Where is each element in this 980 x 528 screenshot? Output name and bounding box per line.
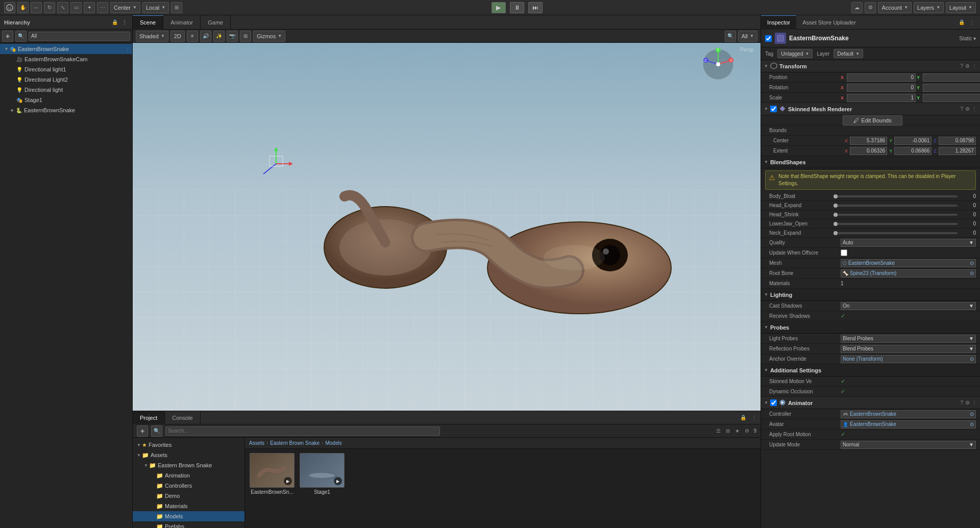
blend-body-bloat-slider[interactable] <box>834 195 958 197</box>
hierarchy-item-3[interactable]: 💡Directional light1 <box>0 64 132 74</box>
blendshapes-header[interactable]: ▼ BlendShapes <box>761 156 980 168</box>
add-asset-btn[interactable]: + <box>137 425 148 437</box>
mesh-select-icon[interactable]: ⊙ <box>970 260 974 266</box>
asset-list-view-icon[interactable]: ☰ <box>715 428 722 434</box>
grid-btn[interactable]: ⊞ <box>240 31 251 42</box>
object-static-label[interactable]: Static ▾ <box>959 36 976 41</box>
controller-select-icon[interactable]: ⊙ <box>970 411 974 417</box>
cast-shadows-dropdown[interactable]: On ▼ <box>841 302 976 310</box>
center-y-input[interactable] <box>894 137 932 145</box>
scale-x-input[interactable] <box>847 94 916 102</box>
center-z-input[interactable] <box>939 137 976 145</box>
anchor-override-select-icon[interactable]: ⊙ <box>970 356 974 362</box>
position-y-input[interactable] <box>923 73 980 82</box>
search-asset-btn[interactable]: 🔍 <box>151 425 162 437</box>
breadcrumb-assets[interactable]: Assets <box>249 440 264 446</box>
skinned-mesh-help-icon[interactable]: ? <box>960 106 963 112</box>
scene-camera-btn[interactable]: 📷 <box>227 31 238 42</box>
blend-head-expand-slider[interactable] <box>834 205 958 207</box>
step-button[interactable]: ⏭ <box>528 2 543 13</box>
skinned-mesh-header[interactable]: ▼ Skinned Mesh Renderer ? ⚙ ⋮ <box>761 103 980 115</box>
shading-dropdown[interactable]: Shaded ▼ <box>136 31 168 42</box>
asset-tree-item-controllers[interactable]: 📁Controllers <box>133 481 244 491</box>
animator-help-icon[interactable]: ? <box>960 400 963 406</box>
asset-tree-item-materials[interactable]: 📁Materials <box>133 501 244 511</box>
avatar-select-icon[interactable]: ⊙ <box>970 421 974 427</box>
transform-help-icon[interactable]: ? <box>960 63 963 69</box>
space-dropdown[interactable]: Local ▼ <box>142 2 169 13</box>
animator-active-checkbox[interactable] <box>770 399 777 406</box>
hierarchy-item-2[interactable]: 🎥EasternBrownSnakeCam <box>0 54 132 64</box>
dim-dropdown[interactable]: 2D <box>170 31 185 42</box>
asset-grid-view-icon[interactable]: ⊞ <box>725 428 731 434</box>
blend-head-shrink-slider[interactable] <box>834 214 958 216</box>
asset-fav-icon[interactable]: ★ <box>734 428 741 434</box>
transform-tool[interactable]: ✦ <box>84 2 95 13</box>
tab-project[interactable]: Project <box>133 411 165 424</box>
mesh-ref[interactable]: ⬡ EasternBrownSnake ⊙ <box>841 259 976 267</box>
layout-dropdown[interactable]: Layout ▼ <box>946 2 976 13</box>
hierarchy-item-5[interactable]: 💡Directional light <box>0 85 132 95</box>
audio-btn[interactable]: 🔊 <box>200 31 211 42</box>
tab-inspector[interactable]: Inspector <box>761 15 796 30</box>
reflection-probes-dropdown[interactable]: Blend Probes ▼ <box>841 345 976 353</box>
object-active-checkbox[interactable] <box>765 35 772 42</box>
layer-dropdown[interactable]: Default ▼ <box>834 49 863 58</box>
update-offscreen-checkbox[interactable] <box>841 249 847 256</box>
blend-neck-expand-slider[interactable] <box>834 232 958 234</box>
asset-tree-item-prefabs[interactable]: 📁Prefabs <box>133 521 244 528</box>
breadcrumb-models[interactable]: Models <box>325 440 341 446</box>
position-x-input[interactable] <box>847 73 916 82</box>
hierarchy-lock-icon[interactable]: 🔒 <box>111 19 119 25</box>
hierarchy-item-6[interactable]: 🎭Stage1 <box>0 95 132 105</box>
tab-asset-store-uploader[interactable]: Asset Store Uploader <box>796 15 862 30</box>
skinned-mesh-menu-icon[interactable]: ⋮ <box>972 106 977 112</box>
hierarchy-search-input[interactable] <box>29 32 130 41</box>
transform-settings-icon[interactable]: ⚙ <box>965 63 970 69</box>
edit-bounds-btn[interactable]: 🖊 Edit Bounds <box>843 115 902 125</box>
skinned-mesh-active-checkbox[interactable] <box>770 106 777 112</box>
hierarchy-item-4[interactable]: 💡Directional Light2 <box>0 74 132 85</box>
avatar-ref[interactable]: 👤 EasternBrownSnake ⊙ <box>841 420 976 429</box>
asset-tree-item-demo[interactable]: 📁Demo <box>133 491 244 501</box>
asset-tree-item-models[interactable]: 📁Models <box>133 511 244 521</box>
asset-search-input[interactable] <box>165 426 440 436</box>
scene-maximize-btn[interactable]: 🔍 <box>725 31 736 42</box>
pause-button[interactable]: ⏸ <box>510 2 524 13</box>
asset-tree-item-easternbrownsnake[interactable]: ▼📁Eastern Brown Snake <box>133 460 244 470</box>
asset-play-stage-icon[interactable]: ▶ <box>334 477 342 485</box>
add-hierarchy-btn[interactable]: + <box>2 31 13 42</box>
asset-tree-item-animation[interactable]: 📁Animation <box>133 470 244 481</box>
layers-dropdown[interactable]: Layers ▼ <box>914 2 944 13</box>
blend-lowerjaw-slider[interactable] <box>834 223 958 225</box>
pivot-dropdown[interactable]: Center ▼ <box>110 2 140 13</box>
center-x-input[interactable] <box>850 137 887 145</box>
transform-component-header[interactable]: ▼ Transform ? ⚙ ⋮ <box>761 60 980 72</box>
hierarchy-item-1[interactable]: ▼🎭EasternBrownSnake⋮ <box>0 44 132 54</box>
tab-animator[interactable]: Animator <box>163 15 201 30</box>
account-dropdown[interactable]: Account ▼ <box>878 2 912 13</box>
gizmos-dropdown[interactable]: Gizmos ▼ <box>253 31 285 42</box>
hierarchy-menu-icon[interactable]: ⋮ <box>121 19 128 25</box>
rotate-tool[interactable]: ↻ <box>44 2 55 13</box>
quality-dropdown[interactable]: Auto ▼ <box>841 239 976 247</box>
additional-settings-header[interactable]: ▼ Additional Settings <box>761 364 980 376</box>
play-button[interactable]: ▶ <box>492 2 506 13</box>
grid-snap-btn[interactable]: ⊞ <box>171 2 182 13</box>
move-tool[interactable]: ↔ <box>31 2 42 13</box>
layer-filter-dropdown[interactable]: All ▼ <box>738 31 757 42</box>
scene-view[interactable]: X Y Z Persp <box>133 43 761 411</box>
asset-item-snake[interactable]: ▶ EasternBrownSn... <box>249 453 295 495</box>
lighting-btn[interactable]: ☀ <box>187 31 198 42</box>
asset-play-snake-icon[interactable]: ▶ <box>284 477 292 485</box>
more-tools[interactable]: ⋯ <box>97 2 108 13</box>
animator-menu-icon[interactable]: ⋮ <box>972 400 977 406</box>
rotation-x-input[interactable] <box>847 84 916 92</box>
update-mode-dropdown[interactable]: Normal ▼ <box>841 441 976 449</box>
root-bone-select-icon[interactable]: ⊙ <box>970 270 974 276</box>
unity-logo[interactable]: U <box>4 2 15 13</box>
rotation-y-input[interactable] <box>923 84 980 92</box>
tab-console[interactable]: Console <box>165 411 200 424</box>
scale-y-input[interactable] <box>923 94 980 102</box>
tab-game[interactable]: Game <box>201 15 231 30</box>
